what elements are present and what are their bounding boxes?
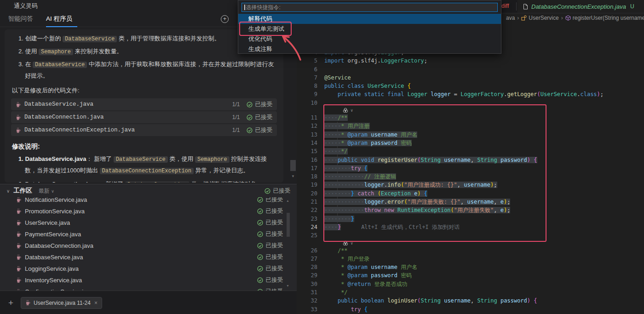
close-icon[interactable]: × (94, 300, 98, 306)
workspace-filter[interactable]: 最新 ∨ (39, 187, 54, 195)
workspace-file-row[interactable]: LoggingService.java已接受 (0, 263, 297, 274)
code-line[interactable]: 8public class UserService { (297, 82, 644, 91)
scroll-up-icon[interactable]: ▲ (286, 199, 289, 202)
code-line[interactable]: 9 private static final Logger logger = L… (297, 90, 644, 99)
code-line[interactable]: 27 * 用户登录 (297, 255, 644, 263)
check-circle-icon (257, 243, 263, 249)
code-token: ) (527, 297, 530, 304)
line-number: 12 (297, 122, 317, 130)
code-token: Logger (408, 91, 427, 97)
line-number: 30 (297, 280, 317, 288)
java-file-icon (16, 243, 21, 249)
add-context-icon[interactable]: + (8, 298, 13, 308)
line-number: 14 (297, 139, 317, 147)
code-token: { (364, 306, 368, 313)
file-name: DatabaseConnection.java (24, 114, 232, 120)
notes-heading: 修改说明: (12, 143, 277, 151)
code-line[interactable]: 7@Service (297, 74, 644, 82)
code-line[interactable]: 6 (297, 65, 644, 74)
workspace-file-row[interactable]: PromotionService.java已接受 (0, 206, 297, 217)
workspace-status: 已接受 (273, 187, 291, 195)
code-line[interactable]: 29 * @param password 密码 (297, 271, 644, 280)
workspace-file-row[interactable]: DatabaseService.java已接受 (0, 251, 297, 263)
breadcrumb-file-fragment[interactable]: ava (506, 15, 515, 21)
notes-list: 1. DatabaseService.java： 新增了 DatabaseSer… (11, 154, 277, 183)
context-chip-label: UserService.java 11-24 (34, 300, 91, 306)
panel-tab-2[interactable]: AI 程序员 (46, 11, 77, 27)
file-name: DatabaseConnectionException.java (24, 127, 232, 133)
palette-input[interactable]: 选择快捷指令: (242, 3, 498, 12)
code-token: LoggerFactory (381, 57, 424, 64)
workspace-header[interactable]: ∨ 工作区 最新 ∨ 已接受 (0, 184, 297, 197)
chevron-down-icon: ∨ (6, 188, 10, 194)
breadcrumb-class[interactable]: UserService (529, 15, 558, 21)
status-label: 已接受 (266, 197, 283, 204)
file-result-row[interactable]: DatabaseConnectionException.java1/1已接受 (11, 124, 277, 136)
text-segment: 2. 使用 (18, 48, 39, 55)
workspace-file-row[interactable]: PaymentService.java已接受 (0, 228, 297, 240)
panel-tab-1[interactable]: 智能问答 (8, 11, 38, 26)
chat-scroll-down-icon[interactable]: ▼ (291, 174, 295, 178)
hidden-tab-fragment[interactable]: diff (501, 3, 509, 9)
status-label: 已接受 (266, 207, 283, 215)
scroll-down-icon[interactable]: ▼ (286, 284, 289, 287)
text-segment: ： 新增了 (86, 155, 113, 162)
line-number: 7 (297, 74, 317, 82)
status-label: 已接受 (266, 242, 283, 250)
steps-list: 1. 创建一个新的 DatabaseService 类，用于管理数据库连接和并发… (11, 33, 277, 81)
code-token: password (500, 297, 527, 304)
text-segment: ： 新增了 (98, 181, 125, 183)
workspace-file-row[interactable]: UserService.java已接受 (0, 217, 297, 228)
line-number: 22 (297, 206, 317, 214)
file-result-row[interactable]: DatabaseConnection.java1/1已接受 (11, 111, 277, 123)
line-content: * @param password 密码 (324, 271, 412, 280)
code-line[interactable]: 33 try { (297, 305, 644, 314)
check-circle-icon (257, 266, 263, 272)
code-token: private (338, 91, 361, 97)
code-token: import (324, 57, 344, 64)
code-token: ) (597, 91, 600, 97)
workspace-title: 工作区 (13, 187, 32, 195)
change-note: 2. DatabaseConnection.java： 新增了 Database… (11, 179, 277, 183)
inline-code-chip: DatabaseService (114, 156, 168, 163)
code-token: ( (417, 297, 420, 304)
code-token: ( (537, 91, 540, 97)
file-result-row[interactable]: DatabaseService.java1/1已接受 (11, 98, 277, 110)
code-token: username (371, 264, 397, 270)
annotation-box-code (323, 104, 546, 242)
file-name: PaymentService.java (25, 231, 257, 238)
code-line[interactable]: 5import org.slf4j.LoggerFactory; (297, 57, 644, 65)
java-file-icon (25, 300, 30, 306)
code-token (324, 264, 341, 270)
breadcrumb-method[interactable]: registerUser(String username (573, 15, 644, 21)
context-chip[interactable]: UserService.java 11-24 × (21, 297, 102, 309)
check-circle-icon (257, 277, 263, 283)
editor-tab-name: DatabaseConnectionException.java (531, 3, 626, 10)
code-token (497, 297, 500, 304)
line-number: 27 (297, 255, 317, 263)
code-token (404, 83, 407, 89)
inline-code-chip: DatabaseService (63, 36, 117, 42)
editor-tab[interactable]: DatabaseConnectionException.java U (518, 0, 644, 13)
code-line[interactable]: 32 public boolean loginUser(String usern… (297, 297, 644, 305)
code-line[interactable]: 31 */ (297, 288, 644, 297)
workspace-scrollbar-thumb[interactable] (287, 213, 290, 237)
new-chat-icon[interactable]: + (221, 15, 229, 23)
code-token: ; (424, 57, 427, 64)
code-token: @param (348, 272, 368, 279)
code-token: LoggerFactory (460, 91, 504, 97)
code-line[interactable]: 28 * @param username 用户名 (297, 263, 644, 272)
code-line[interactable]: 30 * @return 登录是否成功 (297, 280, 644, 289)
text-segment: 来控制并发数量。 (73, 48, 123, 55)
code-token (324, 256, 341, 262)
code-token: public (324, 83, 344, 89)
code-token (344, 83, 347, 89)
chat-scrollbar-thumb[interactable] (290, 160, 296, 171)
workspace-file-row[interactable]: DatabaseConnection.java已接受 (0, 240, 297, 251)
line-content: import org.slf4j.LoggerFactory; (324, 57, 427, 65)
code-line[interactable]: 26 /** (297, 246, 644, 255)
workspace-file-row[interactable]: NotificationService.java已接受 (0, 197, 297, 206)
line-number: 13 (297, 131, 317, 139)
workspace-file-row[interactable]: InventoryService.java已接受 (0, 274, 297, 286)
code-token (324, 272, 341, 279)
